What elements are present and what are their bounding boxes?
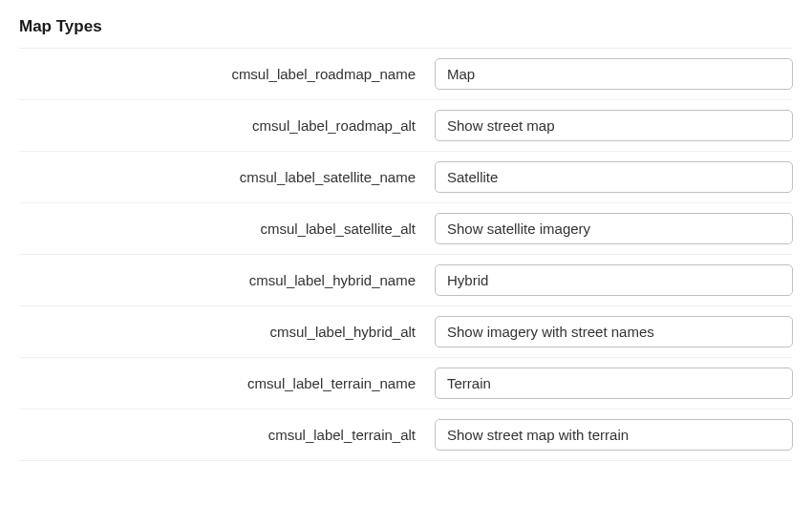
hybrid-name-input[interactable] [435, 264, 793, 296]
field-input-wrap [435, 213, 793, 244]
hybrid-alt-input[interactable] [435, 316, 793, 347]
form-row-hybrid-alt: cmsul_label_hybrid_alt [19, 306, 793, 358]
satellite-alt-input[interactable] [435, 213, 793, 244]
form-row-roadmap-alt: cmsul_label_roadmap_alt [19, 100, 793, 152]
form-row-satellite-alt: cmsul_label_satellite_alt [19, 203, 793, 255]
field-label: cmsul_label_terrain_name [19, 375, 435, 391]
roadmap-name-input[interactable] [435, 58, 793, 90]
field-label: cmsul_label_roadmap_name [19, 66, 435, 82]
field-input-wrap [435, 110, 793, 141]
field-label: cmsul_label_roadmap_alt [19, 117, 435, 134]
field-label: cmsul_label_hybrid_name [19, 272, 435, 288]
satellite-name-input[interactable] [435, 161, 793, 193]
field-input-wrap [435, 419, 793, 451]
field-input-wrap [435, 58, 793, 90]
form-row-roadmap-name: cmsul_label_roadmap_name [19, 49, 793, 100]
field-input-wrap [435, 316, 793, 347]
form-row-terrain-name: cmsul_label_terrain_name [19, 358, 793, 410]
field-input-wrap [435, 368, 793, 399]
terrain-alt-input[interactable] [435, 419, 793, 451]
terrain-name-input[interactable] [435, 368, 793, 399]
field-input-wrap [435, 264, 793, 296]
field-label: cmsul_label_satellite_name [19, 169, 435, 185]
field-label: cmsul_label_terrain_alt [19, 427, 435, 443]
roadmap-alt-input[interactable] [435, 110, 793, 141]
field-label: cmsul_label_hybrid_alt [19, 324, 435, 340]
form-row-terrain-alt: cmsul_label_terrain_alt [19, 410, 793, 461]
form-row-hybrid-name: cmsul_label_hybrid_name [19, 255, 793, 306]
field-input-wrap [435, 161, 793, 193]
section-title: Map Types [19, 10, 793, 49]
form-row-satellite-name: cmsul_label_satellite_name [19, 152, 793, 203]
field-label: cmsul_label_satellite_alt [19, 220, 435, 237]
